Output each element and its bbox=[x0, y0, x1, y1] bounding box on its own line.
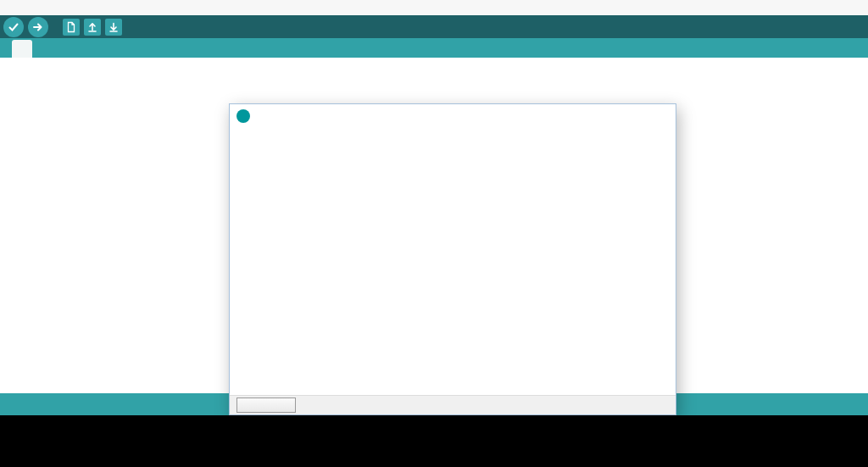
plotter-title-bar[interactable] bbox=[230, 104, 676, 128]
save-button[interactable] bbox=[105, 19, 122, 36]
verify-button[interactable] bbox=[3, 17, 24, 37]
check-icon bbox=[7, 20, 20, 34]
arduino-logo-icon bbox=[236, 109, 250, 123]
right-arrow-icon bbox=[31, 20, 45, 34]
arduino-ide-window bbox=[0, 0, 868, 467]
serial-plotter-window bbox=[229, 103, 676, 415]
plot-canvas bbox=[230, 128, 676, 395]
plotter-bottom-bar bbox=[230, 395, 676, 414]
baud-select[interactable] bbox=[236, 398, 296, 413]
close-button[interactable] bbox=[646, 104, 676, 128]
minimize-button[interactable] bbox=[587, 104, 616, 128]
document-icon bbox=[65, 21, 77, 33]
tab-uno-analog[interactable] bbox=[12, 40, 32, 58]
new-sketch-button[interactable] bbox=[63, 19, 80, 36]
menubar bbox=[0, 0, 868, 15]
console-output bbox=[0, 415, 868, 467]
open-button[interactable] bbox=[84, 19, 101, 36]
toolbar bbox=[0, 15, 868, 38]
upload-button[interactable] bbox=[28, 17, 48, 37]
up-arrow-icon bbox=[86, 21, 98, 33]
maximize-button[interactable] bbox=[616, 104, 646, 128]
window-controls bbox=[587, 104, 676, 128]
tab-strip bbox=[0, 38, 868, 58]
down-arrow-icon bbox=[108, 21, 120, 33]
